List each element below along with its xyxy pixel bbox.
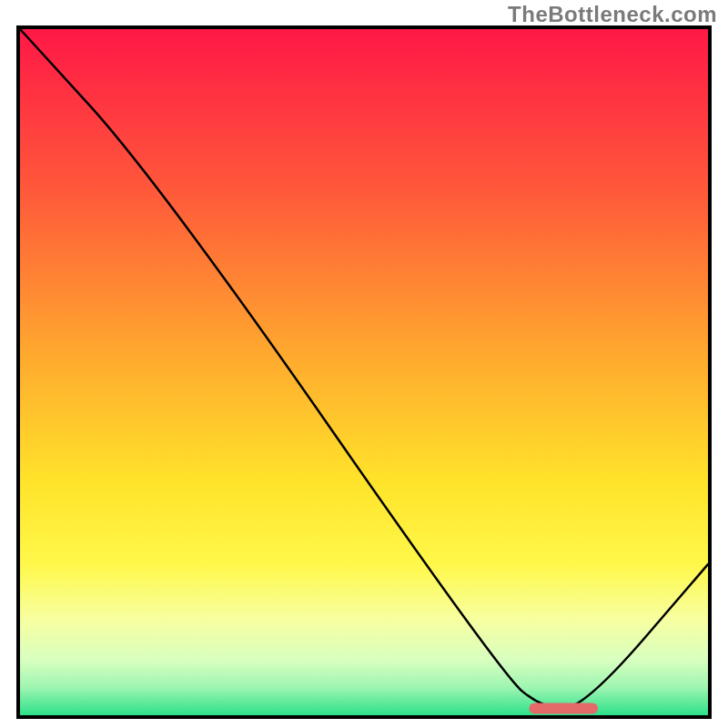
watermark-text: TheBottleneck.com — [508, 2, 717, 27]
bottleneck-curve — [20, 29, 708, 715]
optimal-range-marker — [529, 703, 598, 713]
chart-container: TheBottleneck.com — [0, 0, 728, 728]
plot-area — [20, 29, 708, 715]
plot-frame — [16, 25, 712, 719]
